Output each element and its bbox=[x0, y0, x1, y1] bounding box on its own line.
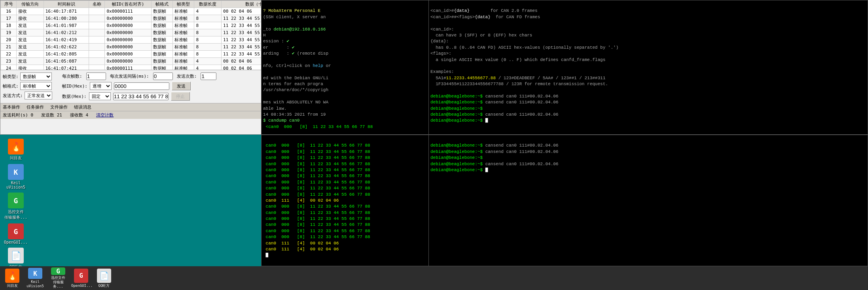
cell-type: 标准帧 bbox=[173, 65, 194, 70]
cell-frameid: 0x00000000 bbox=[105, 22, 151, 29]
send-method-label: 发送方式: bbox=[3, 93, 23, 99]
cell-name bbox=[89, 58, 105, 65]
cell-id: 24 bbox=[1, 65, 17, 70]
taskbar-icon-5[interactable]: 📄 QQ旺方 bbox=[94, 268, 114, 288]
taskbar-icon-5-label: QQ旺方 bbox=[99, 284, 110, 288]
candump-window[interactable]: can0 000 [8] 11 22 33 44 55 66 77 88 can… bbox=[261, 135, 429, 266]
frame-id-label: 帧ID(Hex): bbox=[62, 83, 87, 89]
cell-type: 标准帧 bbox=[173, 36, 194, 44]
cell-len: 8 bbox=[194, 15, 222, 22]
cell-time: 16:41:02:805 bbox=[44, 51, 89, 58]
table-row: 19 发送 16:41:02:212 0x00000000 数据帧 标准帧 8 … bbox=[1, 29, 304, 36]
frame-format-label: 帧格式: bbox=[3, 83, 19, 89]
cell-name bbox=[89, 8, 105, 15]
desktop-icon-2[interactable]: K KeiluVision5 bbox=[4, 164, 28, 189]
cell-dir: 发送 bbox=[17, 36, 44, 44]
data-hex-label: 数据(Hex): bbox=[62, 93, 87, 99]
desktop-icon-2-label: KeiluVision5 bbox=[6, 181, 25, 189]
menu-basic-ops[interactable]: 基本操作 bbox=[3, 104, 20, 110]
cell-name bbox=[89, 29, 105, 36]
recv-count-status: 接收数 4 bbox=[70, 112, 88, 118]
frame-type-select[interactable]: 数据帧 bbox=[20, 72, 52, 80]
clear-count-button[interactable]: 清空计数 bbox=[96, 112, 114, 118]
send-method-select[interactable]: 正常发送 bbox=[25, 92, 52, 99]
interval-input[interactable] bbox=[153, 72, 173, 80]
cell-frameid: 0x00000000 bbox=[105, 15, 151, 22]
cell-time: 16:41:01:987 bbox=[44, 22, 89, 29]
desktop-icon-1-label: 问目友 bbox=[10, 155, 22, 161]
taskbar-icon-4[interactable]: G OpenGUI... bbox=[71, 268, 91, 288]
desktop: 🔥 问目友 K KeiluVision5 G 迅控文件传输服务... G Ope… bbox=[0, 135, 261, 266]
candump-content: can0 000 [8] 11 22 33 44 55 66 77 88 can… bbox=[262, 135, 429, 266]
cell-name bbox=[89, 36, 105, 44]
cell-time: 16:41:02:419 bbox=[44, 36, 89, 44]
send-count-input[interactable] bbox=[201, 72, 216, 80]
cell-id: 18 bbox=[1, 22, 17, 29]
taskbar-icon-1[interactable]: 🔥 问目友 bbox=[2, 268, 22, 288]
can-menu-bar: 基本操作 任务操作 文件操作 错误消息 bbox=[0, 103, 304, 111]
taskbar-icon-4-box: G bbox=[74, 269, 88, 283]
desktop-icon-4-label: OpenGUI... bbox=[4, 240, 28, 244]
desktop-icon-1[interactable]: 🔥 问目友 bbox=[4, 139, 28, 161]
cell-len: 4 bbox=[194, 65, 222, 70]
cell-dir: 发送 bbox=[17, 58, 44, 65]
desktop-icon-3[interactable]: G 迅控文件传输服务... bbox=[4, 193, 28, 220]
cell-len: 8 bbox=[194, 51, 222, 58]
cell-format: 数据帧 bbox=[151, 8, 172, 15]
cell-format: 数据帧 bbox=[151, 51, 172, 58]
cell-time: 16:41:00:280 bbox=[44, 15, 89, 22]
taskbar-icon-3[interactable]: G 迅控文件传输服务... bbox=[48, 268, 68, 288]
frame-id-input[interactable] bbox=[114, 82, 169, 90]
cell-name bbox=[89, 65, 105, 70]
stop-button[interactable]: 停止 bbox=[171, 92, 190, 101]
col-header-format: 帧格式 bbox=[151, 1, 172, 8]
col-header-dir: 传输方向 bbox=[17, 1, 44, 8]
cell-format: 数据帧 bbox=[151, 58, 172, 65]
can-data-table: 序号 传输方向 时间标识 名称 帧ID(首右对齐) 帧格式 帧类型 数据长度 数… bbox=[0, 0, 304, 70]
frame-format-select[interactable]: 标准帧 bbox=[20, 82, 52, 90]
col-header-type: 帧类型 bbox=[173, 1, 194, 8]
per-frame-input[interactable]: 1 bbox=[86, 72, 106, 80]
cell-time: 16:40:17:871 bbox=[44, 8, 89, 15]
frame-type-label: 帧类型: bbox=[3, 74, 19, 80]
col-header-datalen: 数据长度 bbox=[194, 1, 222, 8]
cell-dir: 发送 bbox=[17, 51, 44, 58]
right-terminal-bottom[interactable]: debian@beaglebone:~$ cansend can0 111#00… bbox=[428, 135, 868, 266]
taskbar-icon-2[interactable]: K KeiluVision5 bbox=[25, 268, 45, 288]
taskbar-icon-2-label: KeiluVision5 bbox=[27, 280, 44, 288]
data-mode-select[interactable]: 固定 bbox=[89, 92, 111, 100]
right-terminal-top[interactable]: <can_id>#{data} for CAN 2.0 frames <can_… bbox=[428, 0, 868, 135]
cell-type: 标准帧 bbox=[173, 44, 194, 51]
cell-frameid: 0x00000000 bbox=[105, 51, 151, 58]
cell-frameid: 0x00000111 bbox=[105, 8, 151, 15]
cell-type: 标准帧 bbox=[173, 58, 194, 65]
table-row: 17 接收 16:41:00:280 0x00000000 数据帧 标准帧 8 … bbox=[1, 15, 304, 22]
data-hex-input[interactable] bbox=[113, 93, 169, 100]
col-header-name: 名称 bbox=[89, 1, 105, 8]
cell-len: 8 bbox=[194, 44, 222, 51]
cell-dir: 发送 bbox=[17, 22, 44, 29]
frame-id-mode-select[interactable]: 逐增 bbox=[90, 82, 112, 90]
cell-frameid: 0x00000000 bbox=[105, 36, 151, 44]
table-row: 18 发送 16:41:01:987 0x00000000 数据帧 标准帧 8 … bbox=[1, 22, 304, 29]
desktop-icon-4[interactable]: G OpenGUI... bbox=[4, 223, 28, 244]
table-row: 23 发送 16:41:05:087 0x00000000 数据帧 标准帧 4 … bbox=[1, 58, 304, 65]
right-terminal-bottom-content: debian@beaglebone:~$ cansend can0 111#00… bbox=[429, 135, 868, 266]
can-controls-panel: 帧类型: 数据帧 帧格式: 标准帧 发送方式: 正常发送 bbox=[0, 70, 304, 103]
col-header-frameid: 帧ID(首右对齐) bbox=[105, 1, 151, 8]
taskbar-icon-1-label: 问目友 bbox=[7, 284, 18, 288]
taskbar-icon-5-box: 📄 bbox=[97, 269, 111, 283]
taskbar-icon-1-box: 🔥 bbox=[5, 269, 19, 283]
cell-frameid: 0x00000000 bbox=[105, 58, 151, 65]
taskbar: 🔥 问目友 K KeiluVision5 G 迅控文件传输服务... G Ope… bbox=[0, 266, 868, 290]
cell-type: 标准帧 bbox=[173, 8, 194, 15]
menu-file-ops[interactable]: 文件操作 bbox=[50, 104, 68, 110]
per-frame-label: 每次帧数: bbox=[62, 73, 82, 79]
cell-dir: 发送 bbox=[17, 29, 44, 36]
table-row: 21 发送 16:41:02:622 0x00000000 数据帧 标准帧 8 … bbox=[1, 44, 304, 51]
menu-task-ops[interactable]: 任务操作 bbox=[27, 104, 44, 110]
menu-error-msg[interactable]: 错误消息 bbox=[74, 104, 91, 110]
cell-name bbox=[89, 22, 105, 29]
send-button[interactable]: 发送 bbox=[172, 82, 191, 90]
cell-dir: 发送 bbox=[17, 44, 44, 51]
